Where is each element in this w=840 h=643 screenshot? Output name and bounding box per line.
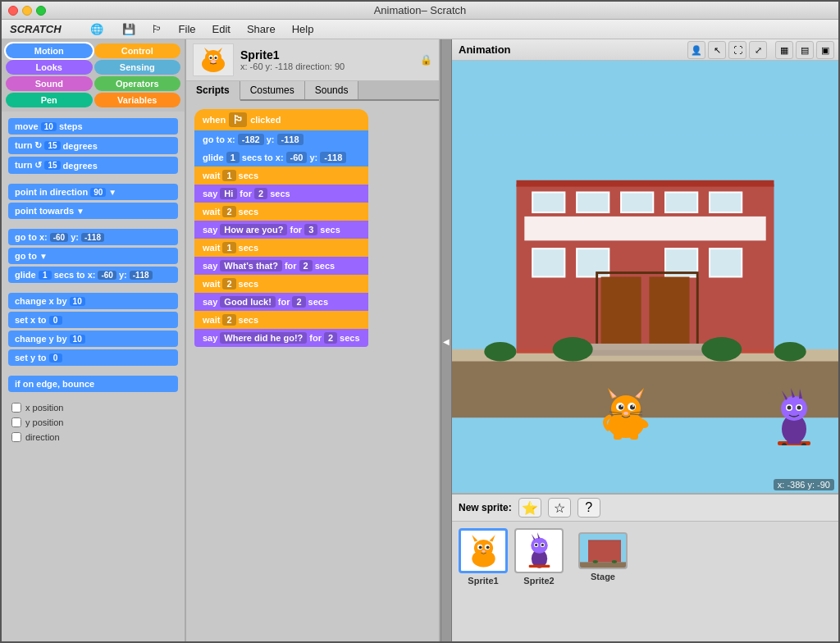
lock-icon[interactable]: 🔒 — [420, 54, 432, 66]
svg-rect-26 — [581, 349, 714, 356]
sprite-info: Sprite1 x: -60 y: -118 direction: 90 — [240, 48, 413, 71]
block-wait2[interactable]: wait 2 secs — [194, 203, 368, 221]
block-change-y[interactable]: change y by 10 — [8, 331, 178, 347]
svg-point-89 — [593, 560, 598, 563]
stage-toolbar: 👤 ↖ ⛶ ⤢ ▦ ▤ ▣ — [687, 41, 834, 59]
tab-costumes[interactable]: Costumes — [240, 81, 305, 99]
cat-pen-button[interactable]: Pen — [6, 93, 93, 107]
block-glide[interactable]: glide 1 secs to x: -60 y: -118 — [8, 267, 178, 283]
script-group-main: when 🏳 clicked go to x: -182 y: -118 gli… — [194, 109, 368, 347]
block-x-position[interactable]: x position — [8, 401, 178, 414]
svg-point-82 — [535, 544, 537, 546]
cat-control-button[interactable]: Control — [94, 43, 181, 58]
tab-sounds[interactable]: Sounds — [305, 81, 359, 99]
cat-looks-button[interactable]: Looks — [6, 60, 93, 75]
cat-variables-button[interactable]: Variables — [94, 93, 181, 107]
scripts-canvas: when 🏳 clicked go to x: -182 y: -118 gli… — [186, 101, 439, 643]
right-panel: Animation 👤 ↖ ⛶ ⤢ ▦ ▤ ▣ ▶ ■ — [452, 39, 838, 643]
grid3-icon[interactable]: ▣ — [816, 41, 834, 59]
svg-rect-22 — [710, 249, 742, 276]
fullscreen-icon[interactable]: ⛶ — [728, 41, 746, 59]
svg-rect-17 — [665, 192, 697, 212]
block-wait1[interactable]: wait 1 secs — [194, 166, 368, 185]
sprite-item-sprite2[interactable]: Sprite2 — [514, 528, 564, 586]
svg-marker-78 — [531, 534, 535, 540]
block-glide-script[interactable]: glide 1 secs to x: -60 y: -118 — [194, 148, 368, 166]
tab-scripts[interactable]: Scripts — [186, 81, 240, 101]
window-title: Animation– Scratch — [374, 4, 467, 16]
sprite2-thumb-box — [514, 528, 564, 573]
block-point-towards[interactable]: point towards ▼ — [8, 203, 178, 219]
svg-rect-65 — [788, 436, 794, 444]
block-turn-cw[interactable]: turn ↻ 15 degrees — [8, 137, 178, 154]
cat-sensing-button[interactable]: Sensing — [94, 60, 181, 75]
y-position-checkbox[interactable] — [11, 417, 21, 427]
new-sprite-paint-button[interactable]: ⭐ — [518, 498, 541, 518]
close-button[interactable] — [8, 6, 18, 16]
menu-share[interactable]: Share — [247, 23, 276, 35]
person-icon[interactable]: 👤 — [687, 41, 705, 59]
menu-file[interactable]: File — [179, 23, 196, 35]
sprite-thumbnails: Sprite1 — [452, 522, 838, 592]
direction-checkbox[interactable] — [11, 432, 21, 442]
svg-rect-86 — [580, 562, 628, 569]
new-sprite-random-button[interactable]: ? — [578, 498, 600, 518]
svg-point-45 — [623, 412, 628, 415]
block-when-clicked[interactable]: when 🏳 clicked — [194, 109, 368, 130]
stage-canvas[interactable]: x: -386 y: -90 — [452, 61, 838, 493]
block-goto-dropdown[interactable]: go to ▼ — [8, 248, 178, 264]
minimize-button[interactable] — [22, 6, 32, 16]
window-controls — [8, 6, 46, 16]
svg-rect-15 — [577, 192, 609, 212]
block-say-howru[interactable]: say How are you? for 3 secs — [194, 221, 368, 239]
grid2-icon[interactable]: ▤ — [796, 41, 814, 59]
stage-title: Animation — [459, 43, 511, 56]
svg-point-42 — [630, 405, 635, 410]
svg-point-43 — [621, 405, 623, 407]
block-turn-ccw[interactable]: turn ↺ 15 degrees — [8, 157, 178, 174]
block-say-where[interactable]: say Where did he go!? for 2 secs — [194, 329, 368, 347]
block-wait4[interactable]: wait 2 secs — [194, 275, 368, 293]
sprite-item-sprite1[interactable]: Sprite1 — [459, 528, 508, 586]
category-buttons: Motion Control Looks Sensing Sound Opera… — [2, 39, 185, 112]
block-say-goodluck[interactable]: say Good luck! for 2 secs — [194, 293, 368, 311]
cat-operators-button[interactable]: Operators — [94, 76, 181, 91]
block-wait5[interactable]: wait 2 secs — [194, 311, 368, 329]
svg-rect-27 — [589, 344, 705, 350]
maximize-button[interactable] — [36, 6, 46, 16]
block-say-whats-that[interactable]: say What's that? for 2 secs — [194, 257, 368, 275]
zoom-icon[interactable]: ⤢ — [749, 41, 767, 59]
svg-rect-66 — [794, 436, 801, 444]
block-say-hi[interactable]: say Hi for 2 secs — [194, 185, 368, 203]
svg-rect-84 — [528, 565, 550, 568]
block-bounce[interactable]: if on edge, bounce — [8, 376, 178, 392]
collapse-handle[interactable]: ◀ — [441, 39, 452, 643]
menu-edit[interactable]: Edit — [212, 23, 231, 35]
svg-marker-70 — [489, 535, 495, 541]
cat-sound-button[interactable]: Sound — [6, 76, 93, 91]
new-sprite-file-button[interactable]: ☆ — [548, 498, 571, 518]
sprite1-thumb-box — [459, 528, 508, 573]
block-y-position[interactable]: y position — [8, 416, 178, 429]
block-goto-xy-script[interactable]: go to x: -182 y: -118 — [194, 130, 368, 148]
save-icon[interactable]: 💾 — [122, 23, 135, 35]
svg-marker-55 — [782, 390, 788, 400]
block-point-direction[interactable]: point in direction 90 ▼ — [8, 184, 178, 200]
x-position-checkbox[interactable] — [11, 403, 21, 413]
block-move-steps[interactable]: move 10 steps — [8, 118, 178, 135]
svg-marker-2 — [204, 48, 209, 52]
sprite1-cat[interactable] — [597, 384, 655, 444]
block-goto-xy[interactable]: go to x: -60 y: -118 — [8, 229, 178, 245]
sprite2-character[interactable] — [769, 388, 819, 448]
menu-help[interactable]: Help — [292, 23, 314, 35]
block-set-x[interactable]: set x to 0 — [8, 312, 178, 328]
block-change-x[interactable]: change x by 10 — [8, 293, 178, 309]
grid1-icon[interactable]: ▦ — [775, 41, 793, 59]
stage-item[interactable]: Stage — [578, 532, 628, 581]
block-set-y[interactable]: set y to 0 — [8, 349, 178, 366]
block-direction[interactable]: direction — [8, 431, 178, 444]
cat-motion-button[interactable]: Motion — [6, 43, 93, 58]
block-wait3[interactable]: wait 1 secs — [194, 239, 368, 257]
stage-header: Animation 👤 ↖ ⛶ ⤢ ▦ ▤ ▣ ▶ ■ — [452, 39, 838, 61]
cursor-icon[interactable]: ↖ — [708, 41, 726, 59]
